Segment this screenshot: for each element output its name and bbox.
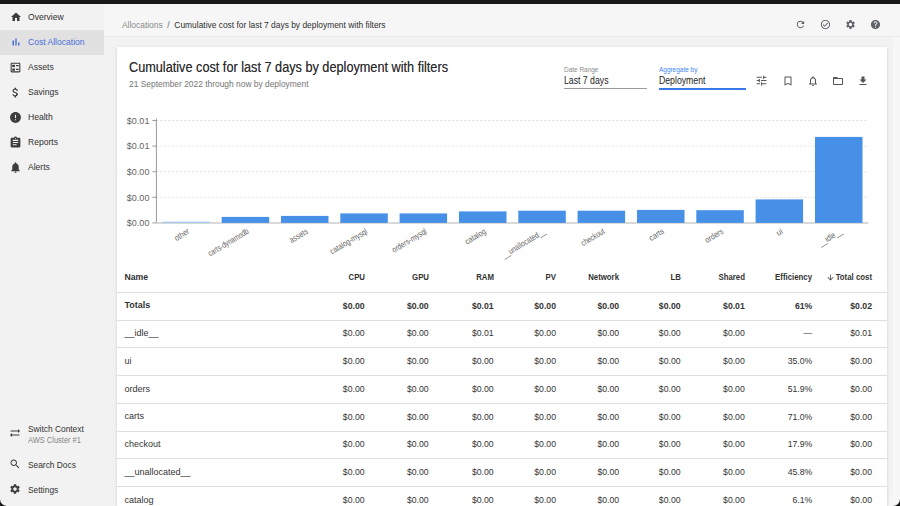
- svg-text:__unallocated__: __unallocated__: [499, 226, 547, 260]
- svg-text:ui: ui: [774, 226, 784, 238]
- svg-text:carts: carts: [647, 226, 666, 243]
- svg-text:$0.00: $0.00: [127, 218, 150, 228]
- svg-text:assets: assets: [287, 226, 309, 245]
- svg-text:orders: orders: [703, 226, 725, 245]
- svg-text:carts-dynamodb: carts-dynamodb: [206, 226, 251, 258]
- svg-text:checkout: checkout: [579, 226, 607, 248]
- svg-text:catalog-mysql: catalog-mysql: [328, 226, 369, 256]
- svg-text:$0.01: $0.01: [127, 116, 150, 126]
- svg-text:__idle__: __idle__: [816, 226, 844, 248]
- svg-text:$0.01: $0.01: [127, 141, 150, 151]
- svg-text:other: other: [172, 226, 191, 243]
- svg-text:catalog: catalog: [463, 226, 488, 247]
- svg-text:$0.00: $0.00: [127, 193, 150, 203]
- svg-text:orders-mysql: orders-mysql: [390, 226, 429, 255]
- svg-text:$0.00: $0.00: [127, 167, 150, 177]
